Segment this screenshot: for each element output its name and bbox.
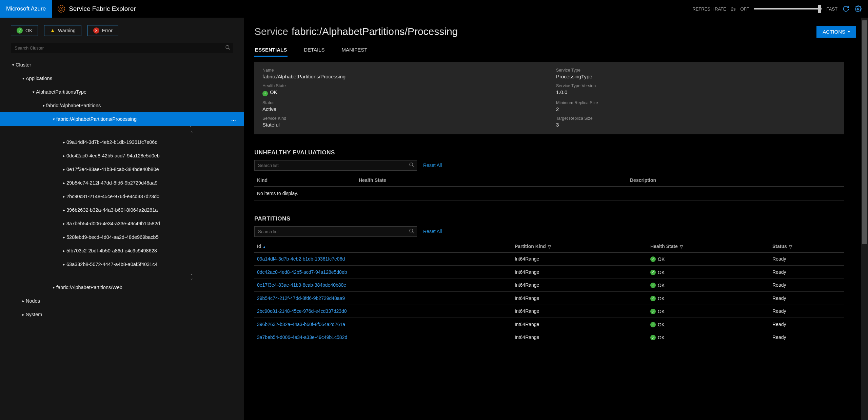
col-description[interactable]: Description	[627, 174, 844, 187]
slider-thumb[interactable]	[818, 5, 821, 13]
tree-app-label: fabric:/AlphabetPartitions	[46, 103, 101, 108]
partition-status-cell: Ready	[770, 266, 844, 279]
tree-partition[interactable]: ▸ 396b2632-b32a-44a3-b60f-8f064a2d261a	[0, 203, 244, 217]
svg-line-7	[412, 166, 414, 167]
tree-applications[interactable]: ▾ Applications	[0, 72, 244, 85]
refresh-rate-slider[interactable]	[754, 8, 822, 9]
partitions-reset-link[interactable]: Reset All	[423, 229, 442, 234]
partition-id-link[interactable]: 2bc90c81-2148-45ce-976d-e4cd337d23d0	[254, 305, 512, 318]
svg-line-5	[229, 48, 230, 50]
partition-kind-cell: Int64Range	[512, 279, 648, 292]
partition-id-link[interactable]: 0e17f3e4-83ae-41b3-8cab-384bde40b80e	[254, 279, 512, 292]
partition-id-link[interactable]: 29b54c74-212f-47dd-8fd6-9b2729d48aa9	[254, 292, 512, 305]
collapse-up-icon[interactable]: ̂^	[0, 126, 244, 135]
filter-icon[interactable]: ▽	[680, 244, 683, 249]
gear-icon[interactable]	[854, 5, 862, 13]
actions-button[interactable]: ACTIONS ▾	[816, 26, 856, 38]
partition-id-link[interactable]: 396b2632-b32a-44a3-b60f-8f064a2d261a	[254, 318, 512, 331]
table-row[interactable]: 3a7beb54-d006-4e34-a33e-49c49b1c582d Int…	[254, 331, 844, 344]
svg-point-6	[410, 163, 413, 166]
filter-icon[interactable]: ▽	[548, 244, 551, 249]
tree-service-processing[interactable]: ▾ fabric:/AlphabetPartitions/Processing …	[0, 112, 244, 126]
col-id[interactable]: Id▲	[254, 240, 512, 253]
chevron-down-icon: ▾	[52, 117, 56, 121]
tree-partition[interactable]: ▸ 528febd9-becd-4d04-aa2d-48de969bacb5	[0, 230, 244, 244]
filter-icon[interactable]: ▽	[789, 244, 792, 249]
unhealthy-search-input[interactable]	[254, 160, 417, 171]
chevron-right-icon: ▸	[62, 167, 66, 172]
partition-id-link[interactable]: 3a7beb54-d006-4e34-a33e-49c49b1c582d	[254, 331, 512, 344]
cluster-search-input[interactable]	[11, 43, 233, 53]
more-icon[interactable]: …	[231, 116, 241, 122]
ess-target-replica-label: Target Replica Size	[556, 116, 836, 121]
ess-service-type-value: ProcessingType	[556, 74, 836, 79]
table-row[interactable]: 29b54c74-212f-47dd-8fd6-9b2729d48aa9 Int…	[254, 292, 844, 305]
table-row[interactable]: 09a14df4-3d7b-4eb2-b1db-19361fc7e06d Int…	[254, 252, 844, 266]
tree-app-type[interactable]: ▾ AlphabetPartitionsType	[0, 85, 244, 99]
partition-status-cell: Ready	[770, 292, 844, 305]
brand-service-fabric[interactable]: Service Fabric Explorer	[52, 5, 136, 13]
unhealthy-reset-link[interactable]: Reset All	[423, 163, 442, 168]
table-row[interactable]: 2bc90c81-2148-45ce-976d-e4cd337d23d0 Int…	[254, 305, 844, 318]
tree-partition[interactable]: ▸ 0e17f3e4-83ae-41b3-8cab-384bde40b80e	[0, 163, 244, 176]
partition-id-link[interactable]: 0dc42ac0-4ed8-42b5-acd7-94a128e5d0eb	[254, 266, 512, 279]
tree-partition[interactable]: ▸ 0dc42ac0-4ed8-42b5-acd7-94a128e5d0eb	[0, 149, 244, 163]
refresh-rate-value: 2s	[731, 6, 736, 12]
filter-error-button[interactable]: ✕ Error	[87, 25, 118, 36]
brand-azure[interactable]: Microsoft Azure	[0, 0, 52, 18]
tab-details[interactable]: DETAILS	[303, 43, 325, 57]
tree-system-label: System	[26, 312, 42, 317]
tree-cluster[interactable]: ▾ Cluster	[0, 58, 244, 72]
page-title: Service fabric:/AlphabetPartitions/Proce…	[254, 26, 844, 37]
filter-warning-button[interactable]: ▲ Warning	[44, 25, 81, 36]
ess-min-replica-value: 2	[556, 106, 836, 112]
table-row[interactable]: 0dc42ac0-4ed8-42b5-acd7-94a128e5d0eb Int…	[254, 266, 844, 279]
scrollbar[interactable]	[861, 18, 868, 420]
tree-app[interactable]: ▾ fabric:/AlphabetPartitions	[0, 99, 244, 112]
scrollbar-thumb[interactable]	[862, 20, 867, 244]
tab-essentials[interactable]: ESSENTIALS	[254, 43, 288, 57]
chevron-down-icon: ▾	[21, 76, 26, 81]
chevron-right-icon: ▸	[62, 194, 66, 199]
col-health-state[interactable]: Health State▽	[648, 240, 770, 253]
partition-health-cell: ✓OK	[648, 266, 770, 279]
collapse-down-icon[interactable]: ⌄⌄	[0, 271, 244, 281]
chevron-right-icon: ▸	[62, 249, 66, 253]
tree-partition-label: 0e17f3e4-83ae-41b3-8cab-384bde40b80e	[66, 167, 159, 172]
col-health-state[interactable]: Health State	[356, 174, 627, 187]
partition-status-cell: Ready	[770, 318, 844, 331]
table-row[interactable]: 0e17f3e4-83ae-41b3-8cab-384bde40b80e Int…	[254, 279, 844, 292]
refresh-icon[interactable]	[842, 5, 850, 13]
tree-partition[interactable]: ▸ 63a332b8-5072-4447-a4b8-a0af5f4031c4	[0, 257, 244, 271]
tab-manifest[interactable]: MANIFEST	[341, 43, 368, 57]
chevron-right-icon: ▸	[62, 262, 66, 267]
col-status[interactable]: Status▽	[770, 240, 844, 253]
tree-nodes[interactable]: ▸ Nodes	[0, 294, 244, 308]
health-filter-bar: ✓ OK ▲ Warning ✕ Error	[0, 18, 244, 40]
tree-partition[interactable]: ▸ 5fb703c2-2bdf-4b50-a86d-e4c9c9498628	[0, 244, 244, 257]
tree-service-processing-label: fabric:/AlphabetPartitions/Processing	[56, 116, 137, 122]
partitions-search-input[interactable]	[254, 226, 417, 237]
chevron-right-icon: ▸	[62, 208, 66, 212]
col-partition-kind[interactable]: Partition Kind▽	[512, 240, 648, 253]
tree-partition[interactable]: ▸ 3a7beb54-d006-4e34-a33e-49c49b1c582d	[0, 217, 244, 230]
ess-health-state-value: ✓OK	[262, 89, 542, 96]
table-row[interactable]: 396b2632-b32a-44a3-b60f-8f064a2d261a Int…	[254, 318, 844, 331]
tree-partition[interactable]: ▸ 09a14df4-3d7b-4eb2-b1db-19361fc7e06d	[0, 135, 244, 149]
partition-health-cell: ✓OK	[648, 331, 770, 344]
cluster-search	[11, 43, 233, 53]
col-kind[interactable]: Kind	[254, 174, 356, 187]
tree-partition[interactable]: ▸ 2bc90c81-2148-45ce-976d-e4cd337d23d0	[0, 190, 244, 203]
tree-app-type-label: AlphabetPartitionsType	[36, 89, 86, 95]
chevron-right-icon: ▸	[62, 235, 66, 240]
partition-kind-cell: Int64Range	[512, 292, 648, 305]
filter-ok-button[interactable]: ✓ OK	[11, 25, 38, 36]
tree-service-web[interactable]: ▸ fabric:/AlphabetPartitions/Web	[0, 281, 244, 294]
search-icon	[225, 45, 231, 51]
ess-service-type-version-value: 1.0.0	[556, 89, 836, 95]
partition-kind-cell: Int64Range	[512, 252, 648, 266]
partition-id-link[interactable]: 09a14df4-3d7b-4eb2-b1db-19361fc7e06d	[254, 252, 512, 266]
tree-partition[interactable]: ▸ 29b54c74-212f-47dd-8fd6-9b2729d48aa9	[0, 176, 244, 190]
tree-system[interactable]: ▸ System	[0, 308, 244, 321]
partition-kind-cell: Int64Range	[512, 305, 648, 318]
